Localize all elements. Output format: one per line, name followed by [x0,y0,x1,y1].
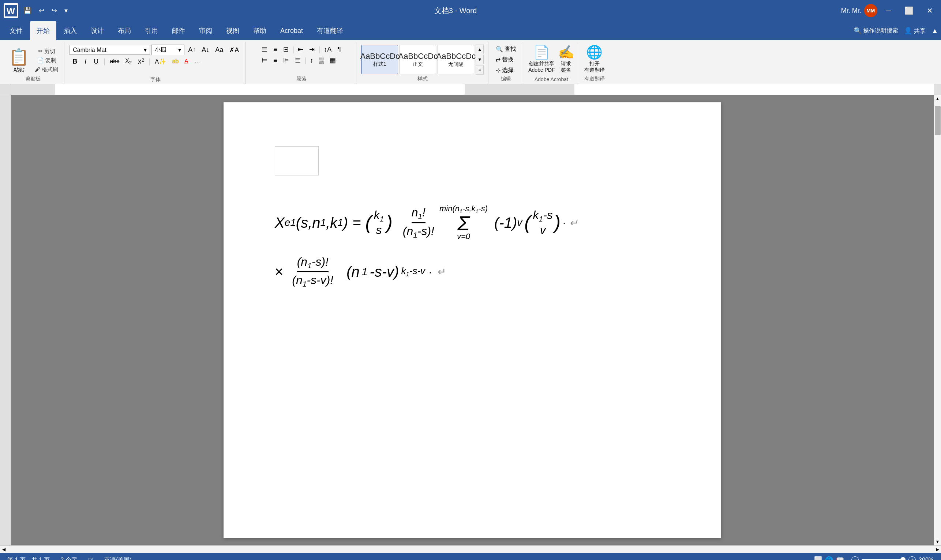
formula-dot1: · [563,216,566,229]
style-more-button[interactable]: ≡ [476,65,484,75]
style-item-normal[interactable]: AaBbCcDc 正文 [400,45,436,74]
read-mode-button[interactable]: 📖 [836,556,844,560]
multilevel-button[interactable]: ⊟ [281,45,291,54]
style-item-nospace[interactable]: AaBbCcDc 无间隔 [438,45,474,74]
scrollbar-down-button[interactable]: ▼ [934,538,941,545]
right-scrollbar[interactable]: ▲ ▼ [934,95,941,545]
zoom-in-button[interactable]: + [909,556,916,560]
line-spacing-button[interactable]: ↕ [308,56,315,65]
more-format-button[interactable]: … [192,57,202,65]
status-bar: 第 1 页，共 1 页 2 个字 ☑ 英语(美国) ⬜ 🌐 📖 − + 300% [0,553,941,560]
cut-button[interactable]: ✂ 剪切 [33,47,60,55]
italic-button[interactable]: I [82,57,89,66]
formula-fraction1: n1! (n1-s)! [403,206,434,239]
open-youdao-button[interactable]: 🌐 打开有道翻译 [584,45,605,73]
paragraph-controls: ☰ ≡ ⊟ | ⇤ ⇥ | ↕A ¶ ⊨ ≡ ⊫ ☰ | ↕ ▒ ▦ [259,43,343,65]
decrease-indent-button[interactable]: ⇤ [296,45,305,54]
customize-quick-access-button[interactable]: ▾ [62,5,70,16]
border-button[interactable]: ▦ [327,55,338,65]
font-name-selector[interactable]: Cambria Mat ▾ [69,45,150,55]
svg-rect-3 [464,84,574,95]
style-preview-nospace: AaBbCcDc [436,52,476,61]
tab-file[interactable]: 文件 [3,21,29,40]
web-layout-button[interactable]: 🌐 [825,556,833,560]
editing-label: 编辑 [489,76,523,82]
restore-button[interactable]: ⬜ [900,5,918,17]
find-button[interactable]: 🔍 查找 [494,45,518,54]
style-item-1[interactable]: AaBbCcDc 样式1 [361,45,398,74]
tab-layout[interactable]: 布局 [111,21,137,40]
underline-button[interactable]: U [91,57,101,66]
print-layout-button[interactable]: ⬜ [814,556,822,560]
svg-text:W: W [6,6,15,16]
format-painter-button[interactable]: 🖌 格式刷 [33,65,60,74]
font-color-button[interactable]: A [182,57,191,65]
ribbon-collapse-button[interactable]: ▲ [932,27,938,35]
shading-button[interactable]: ▒ [317,56,326,65]
align-right-button[interactable]: ⊫ [281,55,291,65]
subscript-button[interactable]: X2 [123,57,134,66]
tab-references[interactable]: 引用 [138,21,165,40]
redo-button[interactable]: ↪ [49,5,59,16]
title-bar: W 💾 ↩ ↪ ▾ 文档3 - Word Mr. Mr. MM ─ ⬜ ✕ [0,0,941,21]
create-share-pdf-button[interactable]: 📄 创建并共享Adobe PDF [528,45,555,73]
close-button[interactable]: ✕ [922,5,937,17]
tab-home[interactable]: 开始 [30,21,56,40]
tab-insert[interactable]: 插入 [57,21,83,40]
show-hide-button[interactable]: ¶ [335,45,343,54]
increase-indent-button[interactable]: ⇥ [307,45,317,54]
tab-mailing[interactable]: 邮件 [165,21,192,40]
formula-v-super: v [517,217,522,228]
replace-button[interactable]: ⇄ 替换 [494,55,518,64]
clear-format-button[interactable]: ✗A [227,45,241,55]
style-label-normal: 正文 [413,61,423,68]
page-info: 第 1 页，共 1 页 [7,556,50,560]
copy-button[interactable]: 📄 复制 [33,56,60,65]
tab-acrobat[interactable]: Acrobat [274,21,310,40]
request-sign-button[interactable]: ✍ 请求签名 [558,45,574,73]
align-left-button[interactable]: ⊨ [259,55,270,65]
text-highlight-button[interactable]: ab [170,57,181,65]
zoom-out-button[interactable]: − [852,556,859,560]
minimize-button[interactable]: ─ [882,5,896,17]
style-scroll-down-button[interactable]: ▼ [476,55,484,64]
left-ruler [0,95,11,545]
tab-design[interactable]: 设计 [84,21,111,40]
search-button[interactable]: 🔍 操作说明搜索 [853,27,898,35]
tab-view[interactable]: 视图 [219,21,246,40]
style-scroll-up-button[interactable]: ▲ [476,45,484,54]
numbering-button[interactable]: ≡ [271,45,279,54]
content-area[interactable]: X e1 ( s,n 1 ,k 1 ) = ( k1 s ) [11,95,934,545]
sort-button[interactable]: ↕A [322,45,334,54]
bold-button[interactable]: B [69,57,80,66]
tab-help[interactable]: 帮助 [247,21,273,40]
divider2: | [148,57,150,66]
ruler-right [934,84,941,95]
select-button[interactable]: ⊹ 选择 [494,66,518,75]
bullets-button[interactable]: ☰ [259,45,270,54]
user-area[interactable]: Mr. Mr. MM [841,4,877,17]
share-button[interactable]: 👤 共享 [904,27,926,35]
clipboard-group: 📋 粘贴 ✂ 剪切 📄 复制 🖌 格式刷 剪贴板 [2,42,65,84]
font-size-selector[interactable]: 小四 ▾ [151,45,184,55]
scroll-right-button[interactable]: ▶ [934,546,941,553]
undo-button[interactable]: ↩ [37,5,46,16]
scrollbar-up-button[interactable]: ▲ [934,95,941,102]
tab-review[interactable]: 审阅 [193,21,219,40]
formula-close-paren-big2: ) [554,212,560,234]
formula-sub-k1: 1 [337,217,343,228]
justify-button[interactable]: ☰ [293,55,303,65]
font-decrease-button[interactable]: A↓ [199,45,211,54]
paste-button[interactable]: 📋 粘贴 [6,46,32,75]
strikethrough-button[interactable]: abc [108,57,122,65]
text-effect-button[interactable]: A✨ [153,57,169,66]
font-case-button[interactable]: Aa [213,45,225,54]
font-increase-button[interactable]: A↑ [186,45,198,54]
document-page: X e1 ( s,n 1 ,k 1 ) = ( k1 s ) [224,102,721,538]
align-center-button[interactable]: ≡ [271,56,279,65]
superscript-button[interactable]: X2 [135,57,147,66]
tab-youdao[interactable]: 有道翻译 [310,21,350,40]
styles-content: AaBbCcDc 样式1 AaBbCcDc 正文 AaBbCcDc 无间隔 ▲ … [361,43,484,75]
save-button[interactable]: 💾 [21,5,34,16]
scroll-left-button[interactable]: ◀ [0,546,7,553]
